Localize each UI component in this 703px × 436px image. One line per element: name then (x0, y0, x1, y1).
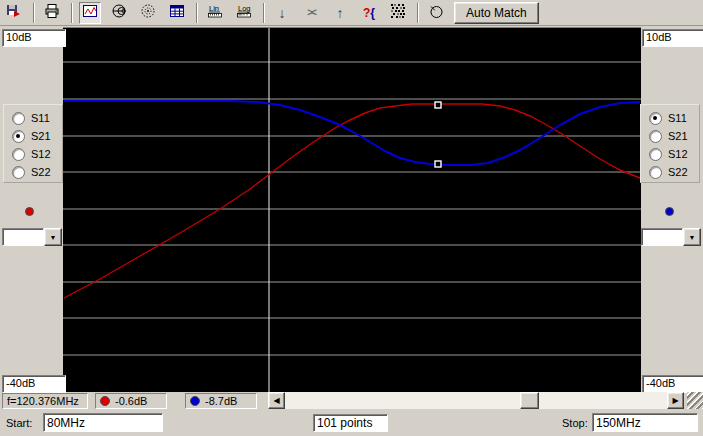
frequency-value: f=120.376MHz (7, 395, 79, 407)
scroll-left-button[interactable]: ◀ (268, 392, 285, 409)
matrix-pixels-icon (390, 3, 406, 22)
toolbar-separator (33, 3, 35, 23)
frequency-scrollbar[interactable]: ◀ ▶ (268, 392, 684, 409)
matrix-button[interactable] (387, 2, 409, 24)
marker-frequency-readout: f=120.376MHz (2, 393, 88, 409)
radio-icon (12, 130, 25, 143)
help-values-button[interactable]: ?{ (358, 2, 380, 24)
radio-label: S21 (31, 130, 51, 142)
radio-icon (649, 112, 662, 125)
radio-icon (649, 166, 662, 179)
radio-icon (649, 130, 662, 143)
converge-button[interactable]: >< (300, 2, 322, 24)
save-export-button[interactable] (3, 2, 25, 24)
move-up-button[interactable]: ↑ (329, 2, 351, 24)
right-sparam-group: S11 S21 S12 S22 (640, 104, 700, 183)
left-marker-combobox[interactable]: ▼ (2, 228, 62, 246)
save-export-icon (6, 3, 22, 22)
left-trace-color-dot (25, 207, 34, 216)
left-sparam-group: S11 S21 S12 S22 (3, 104, 63, 183)
radio-icon (12, 166, 25, 179)
start-label: Start: (6, 417, 32, 429)
question-brace-icon: ?{ (363, 5, 375, 20)
chevron-down-icon[interactable]: ▼ (683, 228, 701, 246)
right-radio-s12[interactable]: S12 (641, 145, 699, 163)
combo-field[interactable] (641, 228, 683, 246)
table-view-button[interactable] (166, 2, 188, 24)
left-scale-bottom-field[interactable]: -40dB (2, 375, 66, 393)
polar-chart-icon (140, 3, 156, 22)
circle-icon (428, 3, 444, 22)
radio-icon (649, 148, 662, 161)
stop-label: Stop: (562, 417, 588, 429)
plot-svg[interactable] (63, 28, 641, 392)
left-radio-s22[interactable]: S22 (4, 163, 62, 181)
right-radio-s22[interactable]: S22 (641, 163, 699, 181)
auto-match-button[interactable]: Auto Match (454, 2, 539, 24)
right-radio-s21[interactable]: S21 (641, 127, 699, 145)
marker2-readout: -8.7dB (185, 393, 257, 409)
radio-label: S11 (31, 112, 50, 124)
right-scale-top-field[interactable]: 10dB (642, 29, 703, 47)
red-marker-bullet-icon (100, 396, 110, 406)
right-marker-combobox[interactable]: ▼ (641, 228, 701, 246)
right-trace-color-dot (665, 207, 674, 216)
linear-ruler-icon: Lin (207, 3, 223, 22)
right-scale-bottom-field[interactable]: -40dB (642, 375, 703, 393)
converge-arrows-icon: >< (307, 7, 315, 18)
radio-label: S22 (31, 166, 51, 178)
smith-chart-button[interactable] (108, 2, 130, 24)
stop-frequency-input[interactable] (592, 413, 698, 432)
marker1-readout: -0.6dB (95, 393, 167, 409)
rectangular-graph-button[interactable] (79, 2, 101, 24)
move-down-button[interactable]: ↓ (271, 2, 293, 24)
linear-scale-button[interactable]: Lin (204, 2, 226, 24)
toolbar-separator (71, 3, 73, 23)
smith-chart-icon (111, 3, 127, 22)
toolbar-separator (263, 3, 265, 23)
blue-marker-bullet-icon (190, 396, 200, 406)
left-radio-s11[interactable]: S11 (4, 109, 62, 127)
left-scale-top-field[interactable]: 10dB (2, 29, 66, 47)
toolbar-separator (417, 3, 419, 23)
printer-icon (44, 3, 60, 22)
marker1-value: -0.6dB (115, 395, 147, 407)
resize-grip[interactable] (687, 392, 703, 409)
radio-label: S22 (668, 166, 688, 178)
scroll-right-button[interactable]: ▶ (667, 392, 684, 409)
graph-icon (82, 3, 98, 22)
plot-area[interactable] (63, 27, 641, 392)
log-ruler-icon: Log (236, 3, 252, 22)
points-input[interactable] (313, 414, 388, 432)
combo-field[interactable] (2, 228, 44, 246)
down-arrow-icon: ↓ (279, 6, 286, 20)
scroll-thumb[interactable] (520, 392, 539, 409)
rf-simulator-window: { "toolbar": { "glyphs": { "lin": "Lin",… (0, 0, 703, 436)
radio-label: S12 (668, 148, 688, 160)
table-icon (169, 3, 185, 22)
marker2-value: -8.7dB (205, 395, 237, 407)
toolbar-separator (196, 3, 198, 23)
print-button[interactable] (41, 2, 63, 24)
toolbar: Lin Log ↓ >< ↑ ?{ Auto Match (0, 0, 703, 26)
right-radio-s11[interactable]: S11 (641, 109, 699, 127)
left-radio-s12[interactable]: S12 (4, 145, 62, 163)
left-radio-s21[interactable]: S21 (4, 127, 62, 145)
radio-icon (12, 148, 25, 161)
up-arrow-icon: ↑ (337, 6, 344, 20)
chevron-down-icon[interactable]: ▼ (44, 228, 62, 246)
radio-label: S12 (31, 148, 51, 160)
log-scale-button[interactable]: Log (233, 2, 255, 24)
radio-icon (12, 112, 25, 125)
radio-label: S21 (668, 130, 688, 142)
port-circle-button[interactable] (425, 2, 447, 24)
polar-chart-button[interactable] (137, 2, 159, 24)
start-frequency-input[interactable] (43, 413, 163, 432)
radio-label: S11 (668, 112, 687, 124)
